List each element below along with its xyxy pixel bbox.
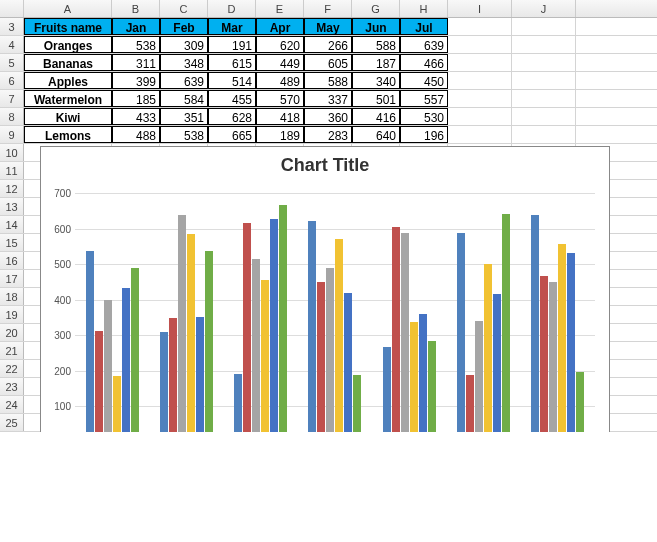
cell-I3[interactable] [448, 18, 512, 35]
bar-Kiwi-Jun[interactable] [493, 294, 501, 432]
cell-C8[interactable]: 351 [160, 108, 208, 125]
cell-J5[interactable] [512, 54, 576, 71]
cell-G4[interactable]: 588 [352, 36, 400, 53]
bar-Kiwi-Mar[interactable] [270, 219, 278, 432]
cell-D5[interactable]: 615 [208, 54, 256, 71]
cell-A5[interactable]: Bananas [24, 54, 112, 71]
cell-C4[interactable]: 309 [160, 36, 208, 53]
row-header-18[interactable]: 18 [0, 288, 24, 305]
cell-C7[interactable]: 584 [160, 90, 208, 107]
cell-B8[interactable]: 433 [112, 108, 160, 125]
cell-I8[interactable] [448, 108, 512, 125]
column-header-A[interactable]: A [24, 0, 112, 17]
cell-H3[interactable]: Jul [400, 18, 448, 35]
cell-D6[interactable]: 514 [208, 72, 256, 89]
bar-Oranges-Mar[interactable] [234, 374, 242, 432]
column-header-C[interactable]: C [160, 0, 208, 17]
cell-I5[interactable] [448, 54, 512, 71]
row-header-24[interactable]: 24 [0, 396, 24, 413]
row-header-11[interactable]: 11 [0, 162, 24, 179]
cell-H7[interactable]: 557 [400, 90, 448, 107]
corner-cell[interactable] [0, 0, 24, 17]
cell-J9[interactable] [512, 126, 576, 143]
cell-E5[interactable]: 449 [256, 54, 304, 71]
cell-D7[interactable]: 455 [208, 90, 256, 107]
bar-Lemons-Mar[interactable] [279, 205, 287, 432]
bar-Bananas-Feb[interactable] [169, 318, 177, 432]
bar-Bananas-May[interactable] [392, 227, 400, 432]
bar-Apples-Jul[interactable] [549, 282, 557, 432]
bar-Bananas-Jun[interactable] [466, 375, 474, 432]
bar-Kiwi-Feb[interactable] [196, 317, 204, 432]
cell-F8[interactable]: 360 [304, 108, 352, 125]
cell-C5[interactable]: 348 [160, 54, 208, 71]
cell-F3[interactable]: May [304, 18, 352, 35]
cell-A4[interactable]: Oranges [24, 36, 112, 53]
cell-J8[interactable] [512, 108, 576, 125]
cell-D8[interactable]: 628 [208, 108, 256, 125]
bar-Lemons-Jul[interactable] [576, 372, 584, 432]
cell-B5[interactable]: 311 [112, 54, 160, 71]
row-header-7[interactable]: 7 [0, 90, 24, 107]
bar-Apples-Jan[interactable] [104, 300, 112, 432]
cell-F7[interactable]: 337 [304, 90, 352, 107]
bar-Lemons-Jun[interactable] [502, 214, 510, 432]
bar-Apples-Feb[interactable] [178, 215, 186, 432]
cell-H4[interactable]: 639 [400, 36, 448, 53]
cell-D4[interactable]: 191 [208, 36, 256, 53]
bar-Watermelon-Jun[interactable] [484, 264, 492, 432]
cell-G6[interactable]: 340 [352, 72, 400, 89]
cell-B6[interactable]: 399 [112, 72, 160, 89]
row-header-9[interactable]: 9 [0, 126, 24, 143]
column-header-J[interactable]: J [512, 0, 576, 17]
cell-A3[interactable]: Fruits name [24, 18, 112, 35]
cell-D9[interactable]: 665 [208, 126, 256, 143]
bar-Apples-Mar[interactable] [252, 259, 260, 432]
bar-Oranges-Apr[interactable] [308, 221, 316, 432]
cell-G3[interactable]: Jun [352, 18, 400, 35]
chart-title[interactable]: Chart Title [41, 155, 609, 176]
bar-Lemons-Feb[interactable] [205, 251, 213, 432]
cell-G9[interactable]: 640 [352, 126, 400, 143]
row-header-25[interactable]: 25 [0, 414, 24, 431]
row-header-4[interactable]: 4 [0, 36, 24, 53]
bar-Oranges-May[interactable] [383, 347, 391, 432]
cell-H9[interactable]: 196 [400, 126, 448, 143]
bar-Bananas-Apr[interactable] [317, 282, 325, 432]
cell-A6[interactable]: Apples [24, 72, 112, 89]
row-header-17[interactable]: 17 [0, 270, 24, 287]
row-header-20[interactable]: 20 [0, 324, 24, 341]
bar-Kiwi-Apr[interactable] [344, 293, 352, 432]
cell-J4[interactable] [512, 36, 576, 53]
bar-Bananas-Jan[interactable] [95, 331, 103, 432]
row-header-10[interactable]: 10 [0, 144, 24, 161]
cell-G7[interactable]: 501 [352, 90, 400, 107]
row-header-8[interactable]: 8 [0, 108, 24, 125]
cell-E7[interactable]: 570 [256, 90, 304, 107]
row-header-23[interactable]: 23 [0, 378, 24, 395]
cell-I9[interactable] [448, 126, 512, 143]
column-header-H[interactable]: H [400, 0, 448, 17]
bar-Watermelon-Apr[interactable] [335, 239, 343, 432]
bar-Apples-May[interactable] [401, 233, 409, 432]
chart-plot-area[interactable]: 0100200300400500600700JanFebMarAprMayJun… [75, 193, 595, 432]
cell-A9[interactable]: Lemons [24, 126, 112, 143]
bar-Lemons-Jan[interactable] [131, 268, 139, 432]
bar-Lemons-Apr[interactable] [353, 375, 361, 432]
cell-B4[interactable]: 538 [112, 36, 160, 53]
cell-J7[interactable] [512, 90, 576, 107]
column-header-G[interactable]: G [352, 0, 400, 17]
bar-Oranges-Jul[interactable] [531, 215, 539, 432]
row-header-5[interactable]: 5 [0, 54, 24, 71]
row-header-14[interactable]: 14 [0, 216, 24, 233]
bar-Bananas-Jul[interactable] [540, 276, 548, 432]
cell-I6[interactable] [448, 72, 512, 89]
column-header-F[interactable]: F [304, 0, 352, 17]
bar-Watermelon-Feb[interactable] [187, 234, 195, 432]
bar-Apples-Jun[interactable] [475, 321, 483, 432]
column-header-I[interactable]: I [448, 0, 512, 17]
bar-Oranges-Jan[interactable] [86, 251, 94, 432]
row-header-6[interactable]: 6 [0, 72, 24, 89]
bar-Lemons-May[interactable] [428, 341, 436, 432]
bar-Bananas-Mar[interactable] [243, 223, 251, 432]
